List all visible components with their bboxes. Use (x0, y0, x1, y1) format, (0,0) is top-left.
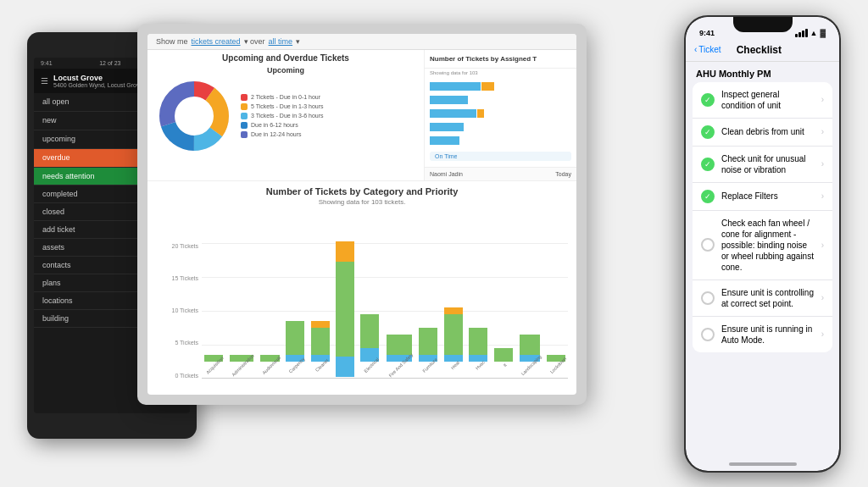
bar-urgent (444, 307, 463, 314)
upcoming-chart-title: Upcoming and Overdue Tickets (151, 53, 420, 63)
on-time-label: On Time (435, 153, 457, 159)
bar-group-furniture: Furniture (417, 243, 440, 379)
bar-medium (286, 321, 304, 355)
ipad-nav-label: closed (42, 208, 64, 216)
bar-group-acquisition: Acquisition (202, 243, 225, 379)
tablet-device: Show me tickets created ▾ over all time … (137, 24, 587, 405)
phone-nav-title: Checklist (721, 44, 797, 56)
checklist-item[interactable]: Replace Filters› (693, 183, 832, 211)
ipad-nav-label: assets (42, 243, 64, 252)
check-circle-icon (701, 125, 715, 139)
filter-link-tickets[interactable]: tickets created (192, 37, 241, 46)
bar-urgent (311, 321, 330, 328)
bar-group-carpentry: Carpentry (283, 243, 306, 379)
checklist-list: Inspect general condition of unit›Clean … (693, 82, 832, 352)
donut-chart (156, 78, 232, 154)
bar-group-lockdown: Lockdown (545, 243, 568, 379)
assigned-subtitle: Showing data for 103 (425, 69, 576, 79)
bar-medium (387, 335, 412, 355)
ipad-nav-label: plans (42, 279, 61, 287)
bar-medium (360, 314, 379, 348)
bar-low (444, 355, 463, 362)
battery-icon: ▓ (820, 29, 826, 37)
chevron-right-icon: › (821, 159, 824, 169)
phone-back-button[interactable]: ‹ Ticket (694, 45, 721, 54)
bar-group-it: It (492, 243, 515, 379)
ipad-nav-label: locations (42, 296, 73, 305)
bars-region: AcquisitionAdministrationAudiovisualCarp… (202, 243, 568, 395)
checklist-item[interactable]: Check unit for unusual noise or vibratio… (693, 147, 832, 183)
bar-low (469, 355, 487, 362)
bar-group-audiovisual: Audiovisual (258, 243, 281, 379)
bar-label: Hvac (475, 359, 493, 378)
ipad-nav-label: contacts (42, 261, 71, 269)
bar-group-landscaping: Landscaping (516, 243, 542, 379)
bar-medium (520, 335, 541, 355)
y-label-20: 20 Tickets (156, 243, 198, 249)
chevron-right-icon: › (821, 293, 824, 302)
checklist-item[interactable]: Inspect general condition of unit› (693, 82, 832, 119)
y-axis: 20 Tickets 15 Tickets 10 Tickets 5 Ticke… (156, 243, 198, 379)
ipad-nav-label: overdue (42, 153, 70, 162)
chevron-right-icon: › (821, 95, 824, 104)
assigned-date: Today (555, 171, 571, 177)
bar-group-electrical: Electrical (359, 243, 381, 379)
phone-screen: 9:41 ▲ ▓ ‹ Ticket Che (686, 17, 839, 471)
bar-label: It (503, 362, 515, 374)
chevron-right-icon: › (821, 241, 824, 250)
assigned-person-row: Naomi Jadin Today (425, 167, 576, 180)
main-chart-subtitle: Showing data for 103 tickets. (147, 198, 576, 206)
phone-device: 9:41 ▲ ▓ ‹ Ticket Che (684, 15, 841, 473)
bar-label: Heat (450, 359, 468, 377)
bar-medium (336, 262, 354, 357)
checklist-item[interactable]: Check each fan wheel / cone for alignmen… (693, 211, 832, 280)
y-label-5: 5 Tickets (156, 340, 198, 346)
phone-time: 9:41 (699, 29, 715, 37)
bar-medium (419, 328, 437, 355)
ipad-nav-label: add ticket (42, 225, 75, 234)
checklist-section-title: AHU Monthly PM (686, 62, 839, 82)
ipad-nav-label: completed (42, 190, 78, 198)
bar-group-hvac: Hvac (467, 243, 490, 379)
ipad-time: 9:41 (41, 60, 53, 66)
chart-bars-area: 20 Tickets 15 Tickets 10 Tickets 5 Ticke… (147, 209, 576, 395)
scene: 9:41 12 of 23 100% ☰ Locust Grove 5400 G… (27, 15, 841, 473)
checklist-item[interactable]: Ensure unit is running in Auto Mode.› (693, 317, 832, 352)
bar-medium (311, 328, 330, 355)
phone-status-icons: ▲ ▓ (795, 29, 826, 37)
filter-link-time[interactable]: all time (269, 37, 293, 46)
bar-group-cleaner: Cleaner (309, 243, 331, 379)
ipad-nav-label: new (42, 116, 57, 125)
filter-text: Show me (156, 37, 188, 46)
ipad-nav-label: needs attention (42, 172, 95, 180)
checklist-item[interactable]: Ensure unit is controlling at correct se… (693, 280, 832, 317)
filter-time-chevron: ▾ (296, 37, 300, 46)
assigned-bars (425, 79, 576, 150)
chart-inner: 20 Tickets 15 Tickets 10 Tickets 5 Ticke… (156, 226, 568, 395)
donut-area: 2 Tickets - Due in 0-1 hour 5 Tickets - … (151, 78, 420, 154)
checklist-item-text: Ensure unit is controlling at correct se… (721, 287, 815, 309)
checklist-item-text: Clean debris from unit (721, 126, 815, 137)
chevron-right-icon: › (821, 127, 824, 136)
checklist-item-text: Check unit for unusual noise or vibratio… (721, 153, 815, 175)
checklist-item-text: Ensure unit is running in Auto Mode. (721, 324, 815, 346)
bar-urgent (336, 241, 354, 262)
phone-home-indicator (729, 462, 797, 466)
assigned-title: Number of Tickets by Assigned T (425, 50, 576, 69)
svg-point-6 (177, 99, 211, 133)
bar-medium (469, 328, 487, 355)
checklist-item-text: Check each fan wheel / cone for alignmen… (721, 218, 815, 273)
ipad-nav-label: upcoming (42, 135, 75, 143)
checklist-item[interactable]: Clean debris from unit› (693, 119, 832, 147)
bar-medium (444, 314, 463, 355)
back-chevron-icon: ‹ (694, 45, 697, 54)
ipad-nav-label: all open (42, 97, 70, 106)
y-label-10: 10 Tickets (156, 307, 198, 313)
check-circle-icon (701, 158, 715, 171)
ipad-counter: 12 of 23 (99, 60, 120, 66)
chevron-right-icon: › (821, 329, 824, 339)
phone-nav-bar: ‹ Ticket Checklist (686, 41, 839, 62)
on-time-badge: On Time (430, 152, 571, 161)
hamburger-icon[interactable]: ☰ (41, 76, 48, 86)
main-chart-area: Number of Tickets by Category and Priori… (147, 181, 576, 395)
